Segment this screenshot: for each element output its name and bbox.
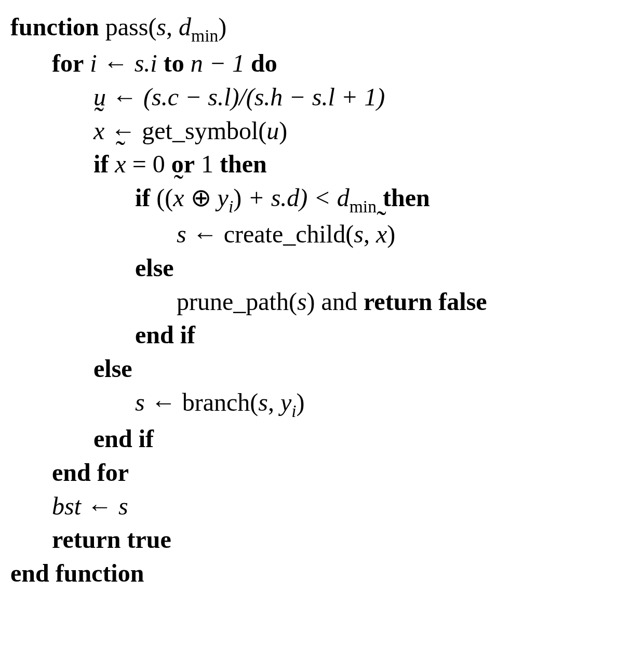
algorithm-line: bst ← s: [10, 490, 639, 523]
kw-function: function: [10, 13, 99, 41]
sym-xtilde: x: [115, 147, 126, 181]
algorithm-line: end function: [10, 557, 639, 590]
fn-branch: branch: [182, 388, 250, 416]
kw-if: if: [93, 150, 109, 178]
kw-and: and: [321, 288, 357, 315]
kw-false: false: [438, 288, 487, 315]
algorithm-line: return true: [10, 523, 639, 557]
sym-one: 1: [201, 150, 213, 178]
algorithm-line: end if: [10, 422, 639, 456]
sym-larrow: ←: [193, 220, 218, 248]
sym-s: s: [297, 288, 307, 315]
kw-else: else: [93, 355, 132, 382]
algorithm-line: s ← branch(s, yi): [10, 386, 639, 422]
algorithm-line: end if: [10, 318, 639, 352]
algorithm-line: end for: [10, 456, 639, 490]
sym-si: s.i: [135, 49, 157, 77]
sym-s: s: [258, 388, 268, 416]
sym-s: s: [135, 388, 145, 416]
kw-endif: end if: [135, 321, 195, 348]
algorithm-line: if ((x ⊕ yi) + s.d) < dmin then: [10, 181, 639, 218]
sym-min-sub: min: [191, 26, 218, 45]
sym-nminus1: n − 1: [191, 49, 245, 77]
algorithm-line: for i ← s.i to n − 1 do: [10, 47, 639, 80]
sym-xtilde: x: [93, 114, 104, 148]
kw-then: then: [383, 184, 430, 211]
sym-bst: bst: [52, 492, 81, 520]
algorithm-line: function pass(s, dmin): [10, 10, 639, 47]
kw-to: to: [164, 49, 184, 77]
algorithm-line: x ← get_symbol(u): [10, 114, 639, 148]
sym-y: y: [218, 184, 229, 211]
fn-pass: pass: [105, 13, 149, 41]
sym-u-expr: (s.c − s.l)/(s.h − s.l + 1): [143, 83, 385, 111]
algorithm-line: else: [10, 352, 639, 386]
kw-endfor: end for: [52, 459, 129, 486]
sym-min-sub: min: [350, 197, 377, 216]
sym-d: d: [179, 13, 191, 41]
sym-i: i: [90, 49, 97, 77]
sym-y: y: [280, 388, 291, 416]
sym-larrow: ←: [103, 49, 128, 77]
sym-larrow: ←: [151, 388, 176, 416]
sym-larrow: ←: [87, 492, 112, 520]
kw-for: for: [52, 49, 84, 77]
algorithm-line: prune_path(s) and return false: [10, 285, 639, 319]
kw-return: return: [52, 526, 120, 553]
fn-create-child: create_child: [224, 220, 346, 248]
sym-plus-sd: + s.d) <: [248, 184, 330, 211]
algorithm-line: if x = 0 or 1 then: [10, 147, 639, 181]
kw-else: else: [135, 254, 174, 281]
sym-larrow: ←: [112, 83, 137, 111]
sym-xtilde: x: [376, 218, 387, 251]
algorithm-line: s ← create_child(s, x): [10, 218, 639, 251]
fn-get-symbol: get_symbol: [142, 117, 258, 144]
kw-then: then: [220, 150, 267, 178]
sym-s: s: [156, 13, 166, 41]
algorithm-line: u ← (s.c − s.l)/(s.h − s.l + 1): [10, 80, 639, 114]
fn-prune-path: prune_path: [177, 288, 289, 315]
kw-if: if: [135, 184, 150, 211]
kw-endfunction: end function: [10, 559, 144, 587]
sym-eq0: = 0: [132, 150, 165, 178]
kw-return: return: [364, 288, 432, 315]
sym-u: u: [266, 117, 279, 144]
kw-true: true: [127, 526, 171, 553]
kw-endif: end if: [93, 425, 154, 452]
sym-i-sub: i: [229, 197, 233, 216]
sym-s: s: [354, 220, 364, 248]
sym-s: s: [177, 220, 186, 248]
kw-do: do: [251, 49, 277, 77]
sym-d: d: [337, 184, 350, 211]
sym-s: s: [118, 492, 128, 520]
algorithm-line: else: [10, 251, 639, 285]
sym-i-sub: i: [291, 401, 296, 421]
sym-oplus: ⊕: [191, 184, 211, 211]
sym-xtilde: x: [173, 181, 184, 215]
